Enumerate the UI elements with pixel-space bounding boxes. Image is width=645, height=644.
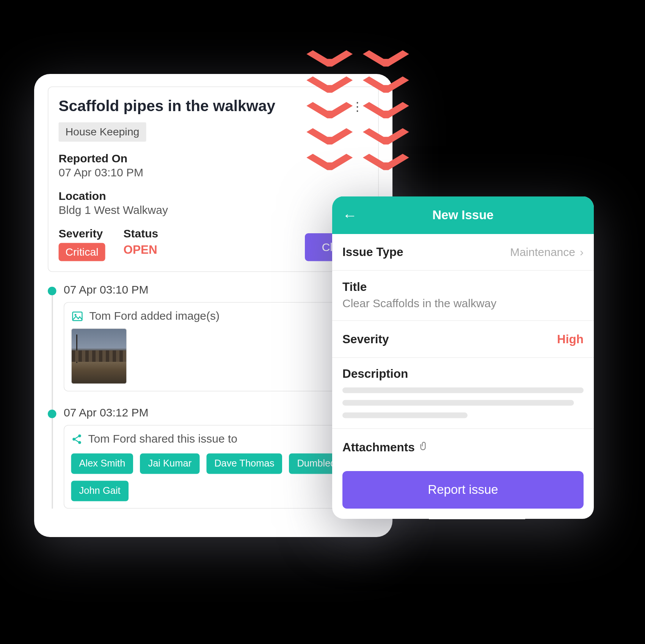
title-block[interactable]: Title Clear Scaffolds in the walkway (332, 271, 594, 321)
timeline-dot-icon (48, 287, 56, 295)
report-issue-button[interactable]: Report issue (342, 471, 584, 509)
description-placeholder-line (342, 400, 574, 406)
paperclip-icon (419, 441, 428, 454)
reported-on-label: Reported On (59, 152, 368, 165)
timeline-event: 07 Apr 03:12 PM Tom Ford shared this iss… (48, 406, 379, 509)
reported-on-value: 07 Apr 03:10 PM (59, 166, 368, 179)
issue-type-row[interactable]: Issue Type Maintenance › (332, 234, 594, 271)
attachments-label: Attachments (342, 440, 415, 454)
severity-label: Severity (342, 332, 389, 346)
person-chip[interactable]: Dave Thomas (206, 454, 282, 474)
description-placeholder-line (342, 413, 468, 418)
attachments-row[interactable]: Attachments (332, 429, 594, 461)
event-time: 07 Apr 03:10 PM (64, 283, 379, 297)
location-label: Location (59, 190, 368, 203)
issue-type-value: Maintenance (510, 245, 575, 259)
title-input[interactable]: Clear Scaffolds in the walkway (342, 297, 584, 310)
person-chip[interactable]: John Gait (71, 481, 129, 501)
new-issue-modal: ← New Issue Issue Type Maintenance › Tit… (332, 196, 594, 519)
chevron-right-icon: › (580, 245, 584, 259)
issue-title: Scaffold pipes in the walkway (59, 97, 276, 115)
category-tag: House Keeping (59, 123, 146, 142)
issue-header: Scaffold pipes in the walkway ⋮ House Ke… (48, 86, 379, 272)
modal-title: New Issue (342, 208, 584, 223)
person-chip[interactable]: Alex Smith (71, 454, 133, 474)
event-card: Tom Ford shared this issue to Alex Smith… (64, 425, 379, 509)
issue-type-label: Issue Type (342, 245, 403, 259)
person-chip[interactable]: Jai Kumar (140, 454, 199, 474)
modal-header: ← New Issue (332, 196, 594, 234)
status-value: OPEN (124, 243, 159, 257)
timeline: 07 Apr 03:10 PM Tom Ford added image(s) … (48, 283, 379, 509)
picture-icon (71, 310, 84, 322)
kebab-menu-icon[interactable]: ⋮ (347, 97, 368, 117)
event-text: Tom Ford added image(s) (89, 309, 220, 323)
svg-rect-0 (73, 312, 82, 320)
status-label: Status (124, 227, 159, 240)
event-card: Tom Ford added image(s) (64, 302, 379, 392)
timeline-dot-icon (48, 410, 56, 418)
severity-badge: Critical (59, 243, 105, 261)
event-text: Tom Ford shared this issue to (88, 432, 238, 446)
attachment-thumbnail[interactable] (71, 328, 127, 384)
description-placeholder-line (342, 388, 584, 393)
severity-value: High (557, 332, 584, 346)
severity-row[interactable]: Severity High (332, 321, 594, 358)
svg-point-1 (75, 314, 77, 316)
title-label: Title (342, 280, 584, 294)
description-block[interactable]: Description (332, 358, 594, 429)
timeline-event: 07 Apr 03:10 PM Tom Ford added image(s) (48, 283, 379, 391)
severity-label: Severity (59, 227, 105, 240)
share-icon (71, 433, 83, 445)
location-value: Bldg 1 West Walkway (59, 204, 368, 217)
event-time: 07 Apr 03:12 PM (64, 406, 379, 419)
description-label: Description (342, 367, 584, 381)
